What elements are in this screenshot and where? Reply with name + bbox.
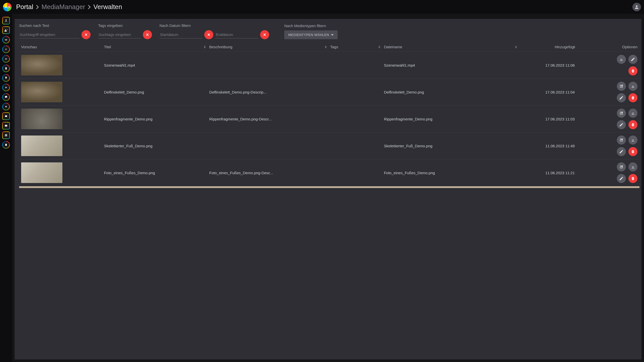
cell-title: Rippenfragmente_Demo.png [102, 106, 207, 132]
col-thumb: Vorschau [19, 42, 102, 52]
main-panel: Suchen nach Text Tags eingeben [15, 19, 641, 359]
chevron-right-icon [36, 5, 39, 10]
trash-button[interactable] [628, 147, 637, 156]
sort-icon [515, 46, 517, 48]
mediatype-select-button[interactable]: MEDIENTYPEN WÄHLEN [284, 30, 338, 39]
col-date[interactable]: Hinzugefügt [518, 42, 577, 52]
rail-phone[interactable] [2, 65, 10, 72]
table-row: Skelettierter_Fuß_Demo.png Skelettierter… [19, 132, 639, 159]
row-options [610, 135, 637, 156]
clear-end-date-button[interactable] [260, 30, 269, 39]
meta-button[interactable] [617, 135, 626, 145]
col-title[interactable]: Titel [102, 42, 207, 52]
svg-rect-4 [5, 115, 7, 117]
svg-rect-2 [6, 67, 7, 70]
sort-icon [204, 46, 206, 48]
edit-button[interactable] [617, 93, 626, 102]
breadcrumb-mid[interactable]: MediaManager [42, 3, 85, 11]
download-button[interactable] [628, 135, 637, 145]
thumbnail[interactable] [21, 82, 62, 102]
rail-iw[interactable]: IW [2, 36, 10, 43]
rail-picture[interactable] [2, 122, 10, 129]
sort-icon [325, 46, 327, 48]
col-tags[interactable]: Tags [328, 42, 382, 52]
cell-file: Skelettierter_Fuß_Demo.png [382, 132, 518, 159]
meta-button[interactable] [617, 109, 626, 118]
logo[interactable]: ALS [3, 3, 12, 11]
clear-start-date-button[interactable] [204, 30, 213, 39]
download-button[interactable] [628, 82, 637, 91]
cell-tags [328, 106, 382, 132]
cell-date: 11.06.2023 11:49 [518, 132, 577, 159]
date-end-input[interactable] [215, 31, 258, 38]
edit-button[interactable] [617, 174, 626, 183]
svg-point-0 [636, 5, 638, 7]
rail-upload[interactable] [2, 17, 10, 24]
download-button[interactable] [617, 55, 626, 64]
svg-rect-8 [5, 135, 6, 137]
rail-invite[interactable] [2, 26, 10, 34]
filter-bar: Suchen nach Text Tags eingeben [15, 19, 641, 42]
rail-chat[interactable] [2, 93, 10, 101]
search-input[interactable] [19, 31, 79, 38]
row-options [610, 55, 637, 75]
svg-rect-9 [6, 135, 7, 137]
rail-pin[interactable] [2, 74, 10, 82]
rail-film[interactable] [2, 112, 10, 120]
date-start-input[interactable] [159, 31, 202, 38]
breadcrumb-current: Verwalten [93, 3, 122, 11]
cell-desc [207, 52, 328, 79]
cell-date: 17.06.2023 11:03 [518, 106, 577, 132]
cell-date: 11.06.2023 11:21 [518, 159, 577, 186]
rail-play[interactable] [2, 84, 10, 91]
meta-button[interactable] [617, 82, 626, 91]
col-file[interactable]: Dateiname [382, 42, 518, 52]
cell-title: Skelettierter_Fuß_Demo.png [102, 132, 207, 159]
cell-file: Delfinskelett_Demo.png [382, 79, 518, 106]
rail-misc[interactable] [2, 141, 10, 149]
topbar: ALS Portal MediaManager Verwalten [0, 0, 644, 14]
cell-tags [328, 79, 382, 106]
row-options [610, 82, 637, 102]
thumbnail[interactable] [21, 55, 62, 75]
edit-button[interactable] [617, 120, 626, 129]
chevron-right-icon [88, 5, 91, 10]
row-options [610, 109, 637, 129]
breadcrumb-root[interactable]: Portal [16, 3, 33, 11]
thumbnail[interactable] [21, 162, 62, 183]
svg-rect-10 [5, 144, 7, 146]
download-button[interactable] [628, 109, 637, 118]
rail-pano[interactable] [2, 131, 10, 139]
download-button[interactable] [628, 162, 637, 171]
table-header-row: Vorschau Titel Beschreibung Tags Dateina… [19, 42, 639, 52]
table-row: Delfinskelett_Demo.png Delfinskelett_Dem… [19, 79, 639, 106]
edit-button[interactable] [628, 55, 637, 64]
rail-star[interactable] [2, 103, 10, 110]
rail-id[interactable]: ID [2, 55, 10, 63]
tags-input[interactable] [98, 31, 141, 38]
trash-button[interactable] [628, 93, 637, 102]
cell-title: Szenenwahl1.mp4 [102, 52, 207, 79]
rail-it[interactable]: IT [2, 46, 10, 53]
trash-button[interactable] [628, 174, 637, 183]
col-desc[interactable]: Beschreibung [207, 42, 328, 52]
avatar[interactable] [632, 3, 641, 11]
trash-button[interactable] [628, 66, 637, 75]
caret-down-icon [331, 34, 334, 36]
cell-desc: Foto_eines_Fußes_Demo.png-Desc... [207, 159, 328, 186]
clear-tags-button[interactable] [143, 30, 152, 39]
meta-button[interactable] [617, 162, 626, 171]
clear-search-button[interactable] [82, 30, 91, 39]
edit-button[interactable] [617, 147, 626, 156]
cell-file: Foto_eines_Fußes_Demo.png [382, 159, 518, 186]
tags-label: Tags eingeben [98, 23, 152, 28]
media-table[interactable]: Vorschau Titel Beschreibung Tags Dateina… [15, 42, 641, 354]
sort-icon [573, 46, 575, 48]
cell-title: Delfinskelett_Demo.png [102, 79, 207, 106]
thumbnail[interactable] [21, 109, 62, 129]
cell-desc: Rippenfragmente_Demo.png-Descr... [207, 106, 328, 132]
sort-icon [378, 46, 380, 48]
trash-button[interactable] [628, 120, 637, 129]
cell-tags [328, 132, 382, 159]
thumbnail[interactable] [21, 135, 62, 156]
